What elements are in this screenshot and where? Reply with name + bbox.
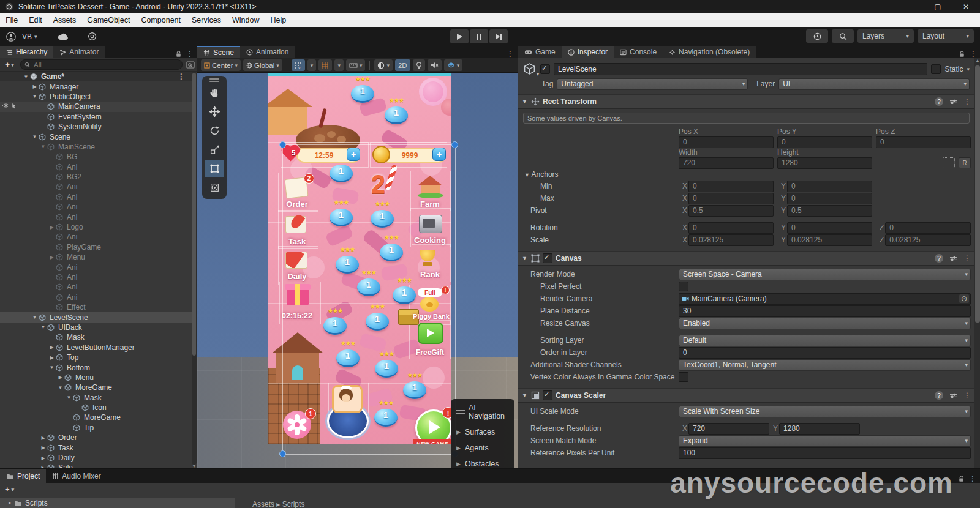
overlay-drag-handle[interactable] [456,409,465,415]
tab-game[interactable]: Game [518,46,562,58]
expand-arrow[interactable]: ▶ [56,375,64,380]
hierarchy-row-ani[interactable]: Ani [0,182,192,192]
menu-item-assets[interactable]: Assets [48,13,82,27]
hierarchy-row-icon[interactable]: Icon [0,403,192,413]
project-folder-scripts[interactable]: ▸ Scripts [0,498,235,508]
pos-z-field[interactable]: 0 [876,136,971,148]
anchor-min-y-field[interactable]: 0 [787,181,872,192]
hierarchy-row-ani[interactable]: Ani [0,212,192,222]
hierarchy-row-effect[interactable]: Effect [0,302,192,312]
hierarchy-row-daily[interactable]: ▶Daily [0,453,192,463]
scene-viewport[interactable]: 2 12:59 + 5 9999 + 2 Order Task [197,73,518,468]
tab-audio-mixer[interactable]: Audio Mixer [46,469,110,483]
tab-navigation-obsolete[interactable]: Navigation (Obsolete) [663,46,756,58]
expand-arrow[interactable]: ▼ [31,134,39,140]
tab-project[interactable]: Project [0,469,46,483]
anchor-min-x-field[interactable]: 0 [688,181,774,192]
panel-menu-icon[interactable]: ⋮ [186,50,194,58]
expand-arrow[interactable]: ▼ [31,94,39,99]
scale-z-field[interactable]: 0.028125 [885,234,971,246]
ai-nav-item-agents[interactable]: ▶Agents [456,440,509,456]
account-icon[interactable] [6,32,16,42]
hierarchy-row-order[interactable]: ▶Order [0,433,192,443]
pause-button[interactable] [470,29,488,43]
hierarchy-row-ani[interactable]: Ani [0,202,192,212]
hierarchy-row-mainscene[interactable]: ▼MainScene [0,142,192,152]
rotation-z-field[interactable]: 0 [885,222,971,234]
inspector-scrollbar[interactable]: ▲ [974,58,980,468]
anchor-max-y-field[interactable]: 0 [787,193,872,204]
expand-arrow[interactable]: ▶ [31,84,39,89]
gameobject-icon[interactable]: ▾ [523,62,537,76]
panel-menu-icon[interactable]: ⋮ [969,474,976,483]
hierarchy-row-ani[interactable]: Ani [0,272,192,282]
hierarchy-row-game-[interactable]: ▼Game*⋮ [0,72,192,81]
help-icon[interactable]: ? [935,97,943,106]
lock-icon[interactable] [959,51,965,58]
grid-snapping-dropdown[interactable]: ▾ [307,59,317,71]
cloud-button[interactable] [52,30,74,43]
overlay-drag-handle[interactable] [205,78,224,83]
scale-x-field[interactable]: 0.028125 [688,234,774,246]
menu-item-component[interactable]: Component [135,13,186,27]
pos-x-field[interactable]: 0 [679,136,774,148]
hierarchy-row-maincamera[interactable]: MainCamera [0,102,192,111]
object-picker-icon[interactable]: ⊙ [959,294,969,303]
rotation-y-field[interactable]: 0 [787,222,872,234]
help-icon[interactable]: ? [935,254,943,263]
grid-snapping-toggle[interactable]: y [292,59,305,71]
tab-scene[interactable]: Scene [197,46,240,58]
hierarchy-row-bottom[interactable]: ▼Bottom [0,362,192,372]
rotation-x-field[interactable]: 0 [688,222,774,234]
expand-arrow[interactable]: ▼ [39,144,47,149]
hierarchy-row-levelbuttonmanager[interactable]: ▶LevelButtonManager [0,343,192,353]
order-in-layer-field[interactable]: 0 [679,347,971,359]
hierarchy-row-bg2[interactable]: BG2 [0,172,192,182]
create-object-button[interactable]: +▾ [2,60,17,70]
menu-item-help[interactable]: Help [265,13,292,27]
expand-arrow[interactable]: ▶ [39,435,47,441]
reference-resolution-x-field[interactable]: 720 [688,423,769,435]
hierarchy-scrollbar[interactable] [192,72,197,465]
presets-icon[interactable] [949,392,957,399]
hierarchy-row-ani[interactable]: Ani [0,162,192,172]
expand-arrow[interactable]: ▶ [39,445,47,450]
scene-options-icon[interactable]: ⋮ [178,72,185,81]
panel-menu-icon[interactable]: ⋮ [970,50,977,58]
component-menu-icon[interactable]: ⋮ [963,254,971,263]
scene-lighting-toggle[interactable] [413,59,425,71]
pivot-y-field[interactable]: 0.5 [787,205,872,217]
services-button[interactable] [81,30,104,43]
2d-mode-toggle[interactable]: 2D [395,59,410,71]
foldout-arrow[interactable]: ▼ [522,99,528,105]
vertex-color-gamma-checkbox[interactable] [679,372,688,382]
expand-arrow[interactable]: ▶ [456,445,461,451]
hierarchy-row-publicobject[interactable]: ▼PublicObject [0,92,192,102]
search-button[interactable] [832,29,854,43]
foldout-arrow[interactable]: ▼ [522,255,528,261]
rotate-tool[interactable] [205,122,224,140]
component-menu-icon[interactable]: ⋮ [963,391,971,400]
height-field[interactable]: 1280 [777,157,872,169]
visibility-eye-icon[interactable] [2,103,10,108]
hierarchy-row-mask[interactable]: ▼Mask [0,393,192,403]
undo-history-button[interactable] [806,29,828,43]
raw-edit-mode-button[interactable]: R [959,157,971,168]
transform-tool[interactable] [205,179,224,196]
hierarchy-row-uiback[interactable]: ▼UIBack [0,323,192,332]
menu-item-services[interactable]: Services [186,13,227,27]
expand-arrow[interactable]: ▼ [56,385,64,390]
hierarchy-row-playgame[interactable]: PlayGame [0,242,192,252]
anchor-max-x-field[interactable]: 0 [688,193,774,204]
expand-arrow[interactable]: ▶ [456,461,461,467]
pixel-perfect-checkbox[interactable] [679,282,688,291]
width-field[interactable]: 720 [679,157,774,169]
active-checkbox[interactable] [540,64,550,74]
menu-item-file[interactable]: File [0,13,23,27]
pos-y-field[interactable]: 0 [777,136,872,148]
scale-tool[interactable] [205,141,224,159]
layer-dropdown[interactable]: UI▾ [778,78,970,90]
resize-canvas-dropdown[interactable]: Enabled▾ [679,318,971,329]
expand-arrow[interactable]: ▶ [456,429,461,435]
tag-dropdown[interactable]: Untagged▾ [557,78,748,90]
